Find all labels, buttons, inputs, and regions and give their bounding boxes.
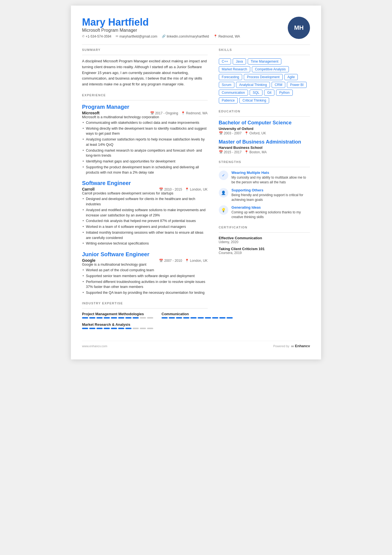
exp-company-0: Microsoft bbox=[82, 111, 100, 115]
strength-desc-1: Being friendly and providing support is … bbox=[232, 193, 310, 202]
contact-email: ✉ maryhartfield@gmail.com bbox=[116, 34, 157, 38]
skill-tag-13: SQL bbox=[250, 90, 262, 96]
bullet-1-0: Designed and developed software for clie… bbox=[82, 196, 208, 207]
certification-section: CERTIFICATION Effective CommunicationUde… bbox=[219, 226, 310, 255]
bullet-2-0: Worked as part of the cloud computing te… bbox=[82, 268, 208, 273]
dot-0-2 bbox=[96, 317, 103, 319]
enhancv-logo: ∞ Enhancv bbox=[291, 344, 310, 348]
exp-desc-2: Google is a multinational technology gia… bbox=[82, 263, 208, 267]
strength-desc-2: Coming up with working solutions thanks … bbox=[232, 210, 310, 219]
candidate-title: Microsoft Program Manager bbox=[82, 28, 240, 33]
edu-school-0: University of Oxford bbox=[219, 127, 310, 131]
edu-dates-1: 📅 2015 - 2017 bbox=[219, 150, 242, 154]
dot-0-1 bbox=[89, 317, 95, 319]
cert-list: Effective CommunicationUdemy, 2020Taking… bbox=[219, 236, 310, 255]
skills-label: SKILLS bbox=[219, 48, 310, 51]
edu-dates-0: 📅 2003 - 2007 bbox=[219, 131, 242, 135]
exp-entry-1: Software EngineerCarroll📅 2010 - 2015📍 L… bbox=[82, 180, 208, 246]
dot-1-3 bbox=[183, 317, 189, 319]
strength-text-0: Wearing Multiple HatsMy curiosity and my… bbox=[232, 171, 310, 185]
cert-name-1: Taking Client Criticism 101 bbox=[219, 247, 310, 251]
edu-degree-1: Master of Business Administration bbox=[219, 139, 310, 145]
certification-label: CERTIFICATION bbox=[219, 226, 310, 229]
strength-text-2: Generating IdeasComing up with working s… bbox=[232, 205, 310, 219]
dot-2-4 bbox=[111, 328, 117, 329]
location-icon: 📍 bbox=[214, 34, 217, 38]
exp-meta-1: 📅 2010 - 2015📍 London, UK bbox=[159, 188, 207, 191]
dot-1-0 bbox=[162, 317, 168, 319]
footer: www.enhancv.com Powered by ∞ Enhancv bbox=[82, 341, 310, 348]
summary-divider bbox=[82, 55, 208, 55]
edu-entry-0: Bachelor of Computer ScienceUniversity o… bbox=[219, 120, 310, 135]
skill-tag-5: Forecasting bbox=[219, 74, 242, 80]
exp-bullets-1: Designed and developed software for clie… bbox=[82, 196, 208, 246]
dot-0-5 bbox=[118, 317, 124, 319]
cert-entry-1: Taking Client Criticism 101Coursera, 201… bbox=[219, 247, 310, 255]
exp-title-2: Junior Software Engineer bbox=[82, 251, 208, 258]
skills-divider bbox=[219, 55, 310, 55]
bullet-1-2: Conducted risk analysis that helped me p… bbox=[82, 218, 208, 224]
summary-label: SUMMARY bbox=[82, 48, 208, 51]
phone-icon: ✆ bbox=[82, 34, 85, 38]
bullet-2-3: Supported the QA team by providing the n… bbox=[82, 290, 208, 295]
cert-entry-0: Effective CommunicationUdemy, 2020 bbox=[219, 236, 310, 244]
skill-tag-3: Market Research bbox=[219, 66, 250, 72]
header-left: Mary Hartfield Microsoft Program Manager… bbox=[82, 17, 240, 38]
experience-label: EXPERIENCE bbox=[82, 93, 208, 97]
bullet-2-1: Supported senior team members with softw… bbox=[82, 273, 208, 279]
contact-location: 📍 Redmond, WA bbox=[214, 34, 240, 38]
right-column: SKILLS C++JavaTime ManagementMarket Rese… bbox=[219, 48, 310, 335]
strengths-list: ✓Wearing Multiple HatsMy curiosity and m… bbox=[219, 171, 310, 219]
skill-tag-0: C++ bbox=[219, 58, 231, 65]
expertise-name-2: Market Research & Analysis bbox=[82, 322, 153, 327]
dot-0-0 bbox=[82, 317, 88, 319]
edu-location-1: 📍 Boston, MA bbox=[244, 150, 267, 154]
strengths-divider bbox=[219, 167, 310, 167]
linkedin-icon: 🔗 bbox=[162, 34, 166, 38]
header-divider bbox=[82, 45, 310, 45]
exp-bullets-0: Communicating with stakeholders to colle… bbox=[82, 120, 208, 175]
summary-text: A disciplined Microsoft Program Manager … bbox=[82, 58, 208, 87]
dot-1-7 bbox=[212, 317, 218, 319]
expertise-grid: Project Management MethodologiesCommunic… bbox=[82, 312, 208, 329]
exp-meta-2: 📅 2007 - 2010📍 London, UK bbox=[159, 259, 207, 263]
footer-url: www.enhancv.com bbox=[82, 344, 107, 348]
exp-meta-0: 📅 2017 - Ongoing📍 Redmond, WA bbox=[150, 111, 208, 115]
dot-2-5 bbox=[118, 328, 124, 329]
expertise-name-0: Project Management Methodologies bbox=[82, 312, 153, 316]
strength-item-2: 💡Generating IdeasComing up with working … bbox=[219, 205, 310, 219]
expertise-bar-2 bbox=[82, 328, 153, 329]
dot-0-9 bbox=[147, 317, 153, 319]
strength-title-1: Supporting Others bbox=[232, 188, 310, 192]
skills-list: C++JavaTime ManagementMarket ResearchCom… bbox=[219, 58, 310, 103]
bullet-1-5: Writing extensive technical specificatio… bbox=[82, 241, 208, 246]
certification-divider bbox=[219, 232, 310, 233]
avatar: MH bbox=[288, 17, 310, 39]
bullet-0-4: Identifying market gaps and opportunitie… bbox=[82, 159, 208, 164]
skill-tag-16: Patience bbox=[219, 97, 238, 103]
resume-document: Mary Hartfield Microsoft Program Manager… bbox=[71, 6, 321, 359]
skill-tag-12: Communication bbox=[219, 90, 248, 96]
dot-0-4 bbox=[111, 317, 117, 319]
main-content: SUMMARY A disciplined Microsoft Program … bbox=[82, 48, 310, 335]
experience-divider bbox=[82, 100, 208, 100]
exp-company-1: Carroll bbox=[82, 187, 95, 191]
dot-2-3 bbox=[104, 328, 110, 329]
dot-1-5 bbox=[198, 317, 204, 319]
skill-tag-7: Agile bbox=[284, 74, 298, 80]
contact-phone: ✆ +1-534-574-3594 bbox=[82, 34, 111, 38]
strength-icon-1: 👤 bbox=[219, 188, 228, 198]
edu-meta-0: 📅 2003 - 2007📍 Oxford, UK bbox=[219, 131, 310, 135]
exp-title-1: Software Engineer bbox=[82, 180, 208, 186]
exp-entry-0: Program ManagerMicrosoft📅 2017 - Ongoing… bbox=[82, 104, 208, 175]
dot-0-6 bbox=[125, 317, 132, 319]
dot-1-2 bbox=[176, 317, 182, 319]
strength-item-1: 👤Supporting OthersBeing friendly and pro… bbox=[219, 188, 310, 202]
candidate-name: Mary Hartfield bbox=[82, 17, 240, 28]
bullet-1-3: Worked in a team of 4 software engineers… bbox=[82, 224, 208, 230]
edu-location-0: 📍 Oxford, UK bbox=[244, 131, 266, 135]
dot-0-3 bbox=[104, 317, 110, 319]
cert-name-0: Effective Communication bbox=[219, 236, 310, 240]
dot-1-4 bbox=[190, 317, 197, 319]
summary-section: SUMMARY A disciplined Microsoft Program … bbox=[82, 48, 208, 87]
